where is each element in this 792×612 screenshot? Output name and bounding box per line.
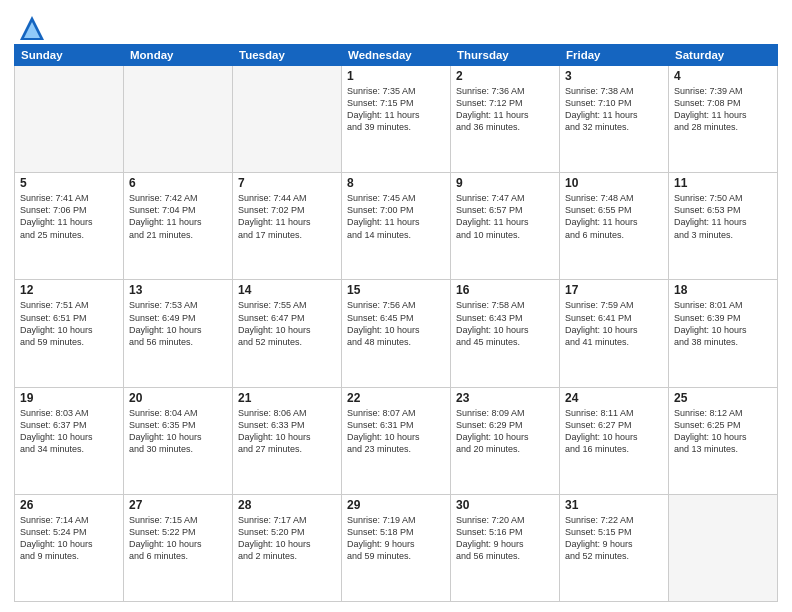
day-number: 15	[347, 283, 445, 297]
day-info: Sunrise: 7:14 AM Sunset: 5:24 PM Dayligh…	[20, 514, 118, 563]
day-info: Sunrise: 7:15 AM Sunset: 5:22 PM Dayligh…	[129, 514, 227, 563]
day-number: 13	[129, 283, 227, 297]
day-info: Sunrise: 7:47 AM Sunset: 6:57 PM Dayligh…	[456, 192, 554, 241]
weekday-header-monday: Monday	[124, 45, 233, 66]
weekday-header-row: SundayMondayTuesdayWednesdayThursdayFrid…	[15, 45, 778, 66]
day-info: Sunrise: 8:06 AM Sunset: 6:33 PM Dayligh…	[238, 407, 336, 456]
day-info: Sunrise: 7:45 AM Sunset: 7:00 PM Dayligh…	[347, 192, 445, 241]
calendar-cell: 16Sunrise: 7:58 AM Sunset: 6:43 PM Dayli…	[451, 280, 560, 387]
calendar-cell: 27Sunrise: 7:15 AM Sunset: 5:22 PM Dayli…	[124, 494, 233, 601]
day-number: 18	[674, 283, 772, 297]
calendar-cell: 18Sunrise: 8:01 AM Sunset: 6:39 PM Dayli…	[669, 280, 778, 387]
day-info: Sunrise: 7:59 AM Sunset: 6:41 PM Dayligh…	[565, 299, 663, 348]
weekday-header-thursday: Thursday	[451, 45, 560, 66]
day-info: Sunrise: 7:20 AM Sunset: 5:16 PM Dayligh…	[456, 514, 554, 563]
day-number: 31	[565, 498, 663, 512]
calendar-cell: 26Sunrise: 7:14 AM Sunset: 5:24 PM Dayli…	[15, 494, 124, 601]
calendar-cell: 4Sunrise: 7:39 AM Sunset: 7:08 PM Daylig…	[669, 66, 778, 173]
page: SundayMondayTuesdayWednesdayThursdayFrid…	[0, 0, 792, 612]
calendar-cell: 10Sunrise: 7:48 AM Sunset: 6:55 PM Dayli…	[560, 173, 669, 280]
day-info: Sunrise: 7:53 AM Sunset: 6:49 PM Dayligh…	[129, 299, 227, 348]
day-info: Sunrise: 7:44 AM Sunset: 7:02 PM Dayligh…	[238, 192, 336, 241]
calendar-cell: 25Sunrise: 8:12 AM Sunset: 6:25 PM Dayli…	[669, 387, 778, 494]
day-info: Sunrise: 7:56 AM Sunset: 6:45 PM Dayligh…	[347, 299, 445, 348]
calendar-cell: 5Sunrise: 7:41 AM Sunset: 7:06 PM Daylig…	[15, 173, 124, 280]
day-info: Sunrise: 8:03 AM Sunset: 6:37 PM Dayligh…	[20, 407, 118, 456]
logo	[14, 14, 46, 38]
day-number: 3	[565, 69, 663, 83]
day-number: 25	[674, 391, 772, 405]
day-info: Sunrise: 7:36 AM Sunset: 7:12 PM Dayligh…	[456, 85, 554, 134]
calendar-cell: 7Sunrise: 7:44 AM Sunset: 7:02 PM Daylig…	[233, 173, 342, 280]
calendar-cell: 30Sunrise: 7:20 AM Sunset: 5:16 PM Dayli…	[451, 494, 560, 601]
day-number: 14	[238, 283, 336, 297]
day-info: Sunrise: 7:55 AM Sunset: 6:47 PM Dayligh…	[238, 299, 336, 348]
calendar-cell: 13Sunrise: 7:53 AM Sunset: 6:49 PM Dayli…	[124, 280, 233, 387]
day-number: 16	[456, 283, 554, 297]
week-row-3: 12Sunrise: 7:51 AM Sunset: 6:51 PM Dayli…	[15, 280, 778, 387]
calendar-cell: 11Sunrise: 7:50 AM Sunset: 6:53 PM Dayli…	[669, 173, 778, 280]
day-info: Sunrise: 8:07 AM Sunset: 6:31 PM Dayligh…	[347, 407, 445, 456]
calendar-cell: 22Sunrise: 8:07 AM Sunset: 6:31 PM Dayli…	[342, 387, 451, 494]
calendar-cell	[15, 66, 124, 173]
day-info: Sunrise: 8:12 AM Sunset: 6:25 PM Dayligh…	[674, 407, 772, 456]
day-number: 4	[674, 69, 772, 83]
weekday-header-sunday: Sunday	[15, 45, 124, 66]
day-number: 24	[565, 391, 663, 405]
day-info: Sunrise: 7:42 AM Sunset: 7:04 PM Dayligh…	[129, 192, 227, 241]
week-row-5: 26Sunrise: 7:14 AM Sunset: 5:24 PM Dayli…	[15, 494, 778, 601]
calendar-cell: 29Sunrise: 7:19 AM Sunset: 5:18 PM Dayli…	[342, 494, 451, 601]
calendar-cell: 14Sunrise: 7:55 AM Sunset: 6:47 PM Dayli…	[233, 280, 342, 387]
day-number: 23	[456, 391, 554, 405]
day-number: 8	[347, 176, 445, 190]
day-number: 19	[20, 391, 118, 405]
day-info: Sunrise: 7:19 AM Sunset: 5:18 PM Dayligh…	[347, 514, 445, 563]
day-number: 30	[456, 498, 554, 512]
calendar-cell: 21Sunrise: 8:06 AM Sunset: 6:33 PM Dayli…	[233, 387, 342, 494]
day-number: 26	[20, 498, 118, 512]
calendar-cell: 12Sunrise: 7:51 AM Sunset: 6:51 PM Dayli…	[15, 280, 124, 387]
day-number: 7	[238, 176, 336, 190]
weekday-header-wednesday: Wednesday	[342, 45, 451, 66]
day-info: Sunrise: 7:35 AM Sunset: 7:15 PM Dayligh…	[347, 85, 445, 134]
calendar-cell: 9Sunrise: 7:47 AM Sunset: 6:57 PM Daylig…	[451, 173, 560, 280]
header	[14, 10, 778, 38]
day-number: 11	[674, 176, 772, 190]
day-number: 22	[347, 391, 445, 405]
calendar-cell: 6Sunrise: 7:42 AM Sunset: 7:04 PM Daylig…	[124, 173, 233, 280]
calendar-cell: 15Sunrise: 7:56 AM Sunset: 6:45 PM Dayli…	[342, 280, 451, 387]
calendar-cell: 3Sunrise: 7:38 AM Sunset: 7:10 PM Daylig…	[560, 66, 669, 173]
calendar-cell: 2Sunrise: 7:36 AM Sunset: 7:12 PM Daylig…	[451, 66, 560, 173]
day-info: Sunrise: 7:22 AM Sunset: 5:15 PM Dayligh…	[565, 514, 663, 563]
calendar: SundayMondayTuesdayWednesdayThursdayFrid…	[14, 44, 778, 602]
day-info: Sunrise: 8:04 AM Sunset: 6:35 PM Dayligh…	[129, 407, 227, 456]
calendar-cell: 24Sunrise: 8:11 AM Sunset: 6:27 PM Dayli…	[560, 387, 669, 494]
calendar-cell	[669, 494, 778, 601]
day-number: 1	[347, 69, 445, 83]
calendar-cell: 19Sunrise: 8:03 AM Sunset: 6:37 PM Dayli…	[15, 387, 124, 494]
day-info: Sunrise: 7:41 AM Sunset: 7:06 PM Dayligh…	[20, 192, 118, 241]
day-info: Sunrise: 7:50 AM Sunset: 6:53 PM Dayligh…	[674, 192, 772, 241]
week-row-2: 5Sunrise: 7:41 AM Sunset: 7:06 PM Daylig…	[15, 173, 778, 280]
calendar-cell	[233, 66, 342, 173]
day-info: Sunrise: 7:58 AM Sunset: 6:43 PM Dayligh…	[456, 299, 554, 348]
calendar-cell: 1Sunrise: 7:35 AM Sunset: 7:15 PM Daylig…	[342, 66, 451, 173]
day-number: 2	[456, 69, 554, 83]
calendar-cell: 8Sunrise: 7:45 AM Sunset: 7:00 PM Daylig…	[342, 173, 451, 280]
day-number: 6	[129, 176, 227, 190]
day-number: 17	[565, 283, 663, 297]
day-number: 9	[456, 176, 554, 190]
calendar-cell	[124, 66, 233, 173]
day-number: 12	[20, 283, 118, 297]
week-row-1: 1Sunrise: 7:35 AM Sunset: 7:15 PM Daylig…	[15, 66, 778, 173]
calendar-cell: 31Sunrise: 7:22 AM Sunset: 5:15 PM Dayli…	[560, 494, 669, 601]
day-number: 10	[565, 176, 663, 190]
day-info: Sunrise: 7:17 AM Sunset: 5:20 PM Dayligh…	[238, 514, 336, 563]
calendar-cell: 23Sunrise: 8:09 AM Sunset: 6:29 PM Dayli…	[451, 387, 560, 494]
day-number: 28	[238, 498, 336, 512]
day-number: 5	[20, 176, 118, 190]
weekday-header-saturday: Saturday	[669, 45, 778, 66]
day-info: Sunrise: 8:11 AM Sunset: 6:27 PM Dayligh…	[565, 407, 663, 456]
day-info: Sunrise: 7:48 AM Sunset: 6:55 PM Dayligh…	[565, 192, 663, 241]
calendar-cell: 20Sunrise: 8:04 AM Sunset: 6:35 PM Dayli…	[124, 387, 233, 494]
